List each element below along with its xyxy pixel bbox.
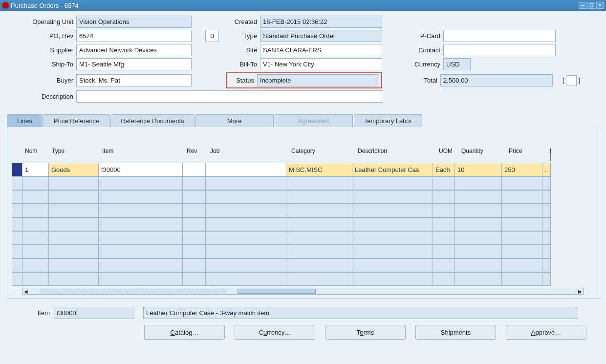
cell-rev[interactable] [182, 258, 206, 272]
grid-row[interactable] [12, 217, 594, 231]
cell-ex[interactable]: . [542, 163, 551, 176]
cell-price[interactable] [501, 176, 542, 190]
cell-rev[interactable] [182, 163, 206, 176]
grid-row[interactable] [12, 272, 594, 286]
cell-uom[interactable] [433, 176, 455, 190]
total-flex-field[interactable] [566, 75, 577, 86]
shipments-button[interactable]: Shipments [415, 325, 496, 340]
cell-rev[interactable] [182, 245, 206, 258]
cell-cat[interactable] [286, 204, 352, 217]
col-header-description[interactable]: Description [356, 147, 437, 163]
cell-cat[interactable] [286, 231, 352, 245]
cell-qty[interactable] [454, 190, 502, 204]
currency-button[interactable]: Currency… [235, 325, 315, 340]
created-field[interactable]: 18-FEB-2015 02:36:22 [260, 16, 382, 28]
footer-item-desc-field[interactable]: Leather Computer Case - 3-way match item [143, 307, 578, 319]
cell-price[interactable] [501, 217, 542, 231]
col-header-flex[interactable] [548, 147, 557, 163]
catalog-button[interactable]: Catalog… [144, 325, 225, 340]
cell-job[interactable] [205, 190, 286, 204]
grid-row[interactable] [12, 190, 594, 204]
scroll-thumb[interactable] [238, 289, 316, 294]
cell-ex[interactable] [542, 272, 551, 286]
scroll-left-icon[interactable]: ◀ [22, 289, 29, 294]
grid-horizontal-scrollbar[interactable]: ◀ ▶ [22, 288, 584, 295]
scroll-right-icon[interactable]: ▶ [577, 289, 584, 294]
p-card-field[interactable] [443, 30, 556, 42]
row-selector[interactable] [12, 272, 22, 286]
scroll-track[interactable] [29, 289, 577, 294]
cell-price[interactable] [501, 272, 542, 286]
cell-qty[interactable] [454, 272, 502, 286]
grid-row[interactable]: 1Goodsf30000MISC.MISCLeather Computer Ca… [12, 163, 594, 176]
cell-qty[interactable] [454, 204, 502, 217]
site-field[interactable]: SANTA CLARA-ERS [260, 44, 382, 56]
col-header-job[interactable]: Job [208, 147, 289, 163]
col-header-category[interactable]: Category [289, 147, 356, 163]
grid-row[interactable] [12, 231, 594, 245]
cell-price[interactable]: 250 [501, 163, 542, 176]
cell-num[interactable] [22, 231, 49, 245]
cell-cat[interactable] [286, 258, 352, 272]
cell-num[interactable] [22, 272, 49, 286]
terms-button[interactable]: Terms [325, 325, 406, 340]
cell-desc[interactable] [352, 272, 433, 286]
operating-unit-field[interactable]: Vision Operations [76, 16, 192, 28]
cell-price[interactable] [501, 258, 542, 272]
col-header-item[interactable]: Item [100, 147, 185, 163]
cell-price[interactable] [501, 245, 542, 258]
cell-uom[interactable] [433, 245, 455, 258]
cell-item[interactable] [98, 190, 183, 204]
cell-item[interactable] [98, 204, 183, 217]
grid-row[interactable] [12, 176, 594, 190]
tab-reference-documents[interactable]: Reference Documents [110, 114, 194, 127]
cell-price[interactable] [501, 204, 542, 217]
cell-uom[interactable] [433, 272, 455, 286]
close-button[interactable]: ✕ [596, 2, 604, 9]
approve-button[interactable]: Approve… [506, 325, 586, 340]
ship-to-field[interactable]: M1- Seattle Mfg [76, 58, 192, 70]
tab-more[interactable]: More [195, 114, 274, 127]
cell-qty[interactable]: 10 [454, 163, 502, 176]
cell-uom[interactable] [433, 231, 455, 245]
cell-desc[interactable] [352, 231, 433, 245]
cell-qty[interactable] [454, 231, 502, 245]
row-selector[interactable] [12, 204, 22, 217]
grid-row[interactable] [12, 245, 594, 258]
cell-qty[interactable] [454, 217, 502, 231]
cell-uom[interactable]: Each [433, 163, 455, 176]
footer-item-field[interactable]: f30000 [54, 307, 134, 319]
cell-desc[interactable] [352, 190, 433, 204]
description-field[interactable] [76, 90, 383, 103]
cell-cat[interactable] [286, 190, 352, 204]
cell-rev[interactable] [182, 231, 206, 245]
bill-to-field[interactable]: V1- New York City [260, 58, 382, 70]
cell-job[interactable] [205, 258, 286, 272]
cell-ex[interactable] [542, 176, 551, 190]
type-field[interactable]: Standard Purchase Order [260, 30, 382, 42]
cell-num[interactable] [22, 258, 49, 272]
col-header-type[interactable]: Type [50, 147, 100, 163]
cell-ex[interactable] [542, 217, 551, 231]
cell-type[interactable] [48, 217, 99, 231]
cell-job[interactable] [205, 204, 286, 217]
col-header-quantity[interactable]: Quantity [459, 147, 507, 163]
grid-row[interactable] [12, 258, 594, 272]
row-selector[interactable] [12, 245, 22, 258]
cell-ex[interactable] [542, 190, 551, 204]
cell-cat[interactable] [286, 272, 352, 286]
cell-qty[interactable] [454, 258, 502, 272]
cell-num[interactable] [22, 176, 49, 190]
cell-type[interactable] [48, 245, 99, 258]
cell-cat[interactable] [286, 217, 352, 231]
rev-field[interactable]: 0 [205, 30, 219, 42]
cell-uom[interactable] [433, 190, 455, 204]
row-selector[interactable] [12, 176, 22, 190]
cell-num[interactable] [22, 217, 49, 231]
cell-type[interactable] [48, 272, 99, 286]
cell-desc[interactable] [352, 176, 433, 190]
cell-desc[interactable]: Leather Computer Cas [352, 163, 433, 176]
grid-row[interactable] [12, 204, 594, 217]
cell-ex[interactable] [542, 258, 551, 272]
total-field[interactable]: 2,500.00 [440, 74, 553, 86]
